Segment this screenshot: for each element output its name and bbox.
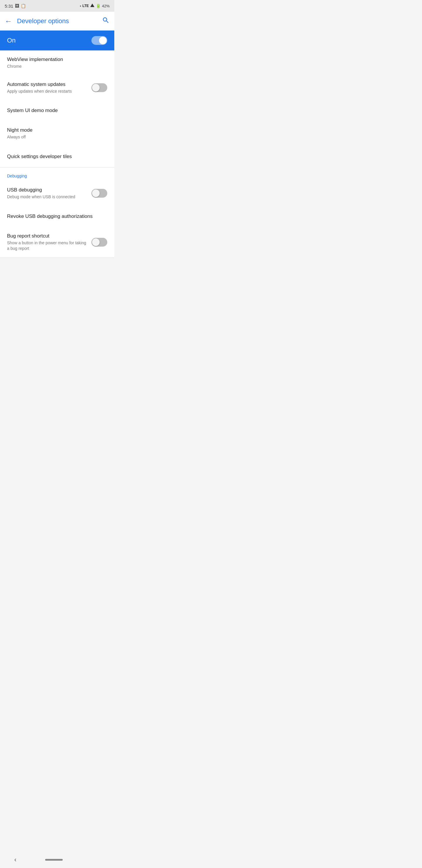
bug-report-title: Bug report shortcut <box>7 233 87 239</box>
dot-indicator: ● <box>80 5 81 7</box>
settings-item-usb-debugging[interactable]: USB debugging Debug mode when USB is con… <box>0 181 114 206</box>
status-right: ● LTE 🔋 42% <box>80 3 109 9</box>
developer-toggle-slider <box>91 36 107 45</box>
usb-debugging-slider <box>91 189 107 198</box>
developer-toggle-header[interactable]: On <box>0 31 114 51</box>
status-time: 5:31 <box>5 3 13 8</box>
debugging-header-label: Debugging <box>7 174 27 178</box>
bug-report-subtitle: Show a button in the power menu for taki… <box>7 240 87 252</box>
ui-demo-title: System UI demo mode <box>7 107 103 114</box>
search-button[interactable] <box>102 17 109 26</box>
auto-updates-toggle[interactable] <box>91 83 107 92</box>
usb-debugging-title: USB debugging <box>7 187 87 193</box>
settings-item-revoke-usb[interactable]: Revoke USB debugging authorizations <box>0 206 114 227</box>
bug-report-slider <box>91 238 107 247</box>
night-mode-text: Night mode Always off <box>7 127 107 140</box>
toggle-header-label: On <box>7 37 15 44</box>
webview-text: WebView implementation Chrome <box>7 56 107 69</box>
ui-demo-text: System UI demo mode <box>7 107 107 114</box>
quick-tiles-text: Quick settings developer tiles <box>7 153 107 160</box>
battery-percent: 42% <box>102 4 109 8</box>
back-button[interactable]: ← <box>5 17 12 26</box>
auto-updates-title: Automatic system updates <box>7 81 87 88</box>
clipboard-icon: 📋 <box>21 3 26 8</box>
settings-item-auto-updates[interactable]: Automatic system updates Apply updates w… <box>0 75 114 100</box>
status-left: 5:31 🖼 📋 <box>5 3 26 8</box>
debugging-section-header: Debugging <box>0 167 114 181</box>
battery-icon: 🔋 <box>96 3 101 8</box>
auto-updates-subtitle: Apply updates when device restarts <box>7 89 87 94</box>
auto-updates-text: Automatic system updates Apply updates w… <box>7 81 91 94</box>
settings-item-webview[interactable]: WebView implementation Chrome <box>0 51 114 75</box>
webview-title: WebView implementation <box>7 56 103 63</box>
bug-report-text: Bug report shortcut Show a button in the… <box>7 233 91 252</box>
settings-item-ui-demo[interactable]: System UI demo mode <box>0 100 114 121</box>
night-mode-subtitle: Always off <box>7 134 103 140</box>
image-icon: 🖼 <box>15 3 19 8</box>
developer-toggle-switch[interactable] <box>91 36 107 45</box>
usb-debugging-subtitle: Debug mode when USB is connected <box>7 194 87 200</box>
app-bar-left: ← Developer options <box>5 17 69 26</box>
status-bar: 5:31 🖼 📋 ● LTE 🔋 42% <box>0 0 114 12</box>
svg-marker-0 <box>90 3 94 7</box>
usb-debugging-toggle[interactable] <box>91 189 107 198</box>
bug-report-toggle[interactable] <box>91 238 107 247</box>
settings-item-quick-tiles[interactable]: Quick settings developer tiles <box>0 146 114 167</box>
signal-icon <box>90 3 95 9</box>
revoke-usb-title: Revoke USB debugging authorizations <box>7 213 103 220</box>
revoke-usb-text: Revoke USB debugging authorizations <box>7 213 107 220</box>
settings-item-bug-report[interactable]: Bug report shortcut Show a button in the… <box>0 227 114 258</box>
auto-updates-slider <box>91 83 107 92</box>
lte-label: LTE <box>83 4 89 8</box>
page-title: Developer options <box>17 17 69 25</box>
quick-tiles-title: Quick settings developer tiles <box>7 153 103 160</box>
usb-debugging-text: USB debugging Debug mode when USB is con… <box>7 187 91 200</box>
app-bar: ← Developer options <box>0 12 114 31</box>
night-mode-title: Night mode <box>7 127 103 133</box>
webview-subtitle: Chrome <box>7 64 103 69</box>
settings-list: WebView implementation Chrome Automatic … <box>0 51 114 258</box>
settings-item-night-mode[interactable]: Night mode Always off <box>0 121 114 146</box>
